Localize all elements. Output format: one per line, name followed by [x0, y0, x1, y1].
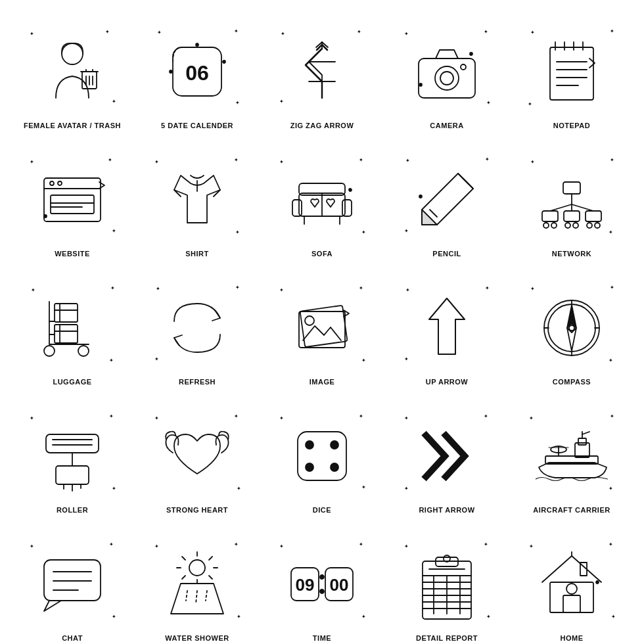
sofa-icon: ✦ ✦ ✦: [273, 154, 371, 246]
cell-right-arrow: ✦ ✦ ✦ RIGHT ARROW: [388, 398, 506, 519]
cell-up-arrow: ✦ ✦ ✦ UP ARROW: [388, 269, 506, 391]
svg-point-100: [331, 441, 338, 449]
svg-line-125: [196, 591, 197, 604]
time-icon: ✦ ✦ ✦ 09 00: [273, 538, 371, 630]
svg-rect-92: [56, 466, 89, 484]
5-date-calendar-label: 5 DATE CALENDER: [161, 122, 233, 129]
cell-pencil: ✦ ✦ ✦ PENCIL: [388, 141, 506, 263]
svg-point-66: [595, 223, 600, 228]
notepad-icon: ✦ ✦ ✦: [522, 26, 621, 118]
cell-website: ✦ ✦ ✦ WEBSITE: [13, 141, 131, 263]
cell-aircraft-carrier: ✦ ✦ ✦ AIRCRAFT CARRIE: [513, 398, 631, 519]
svg-point-89: [569, 325, 574, 331]
svg-line-57: [572, 204, 593, 211]
svg-text:00: 00: [330, 575, 349, 595]
home-icon: ✦ ✦ ✦: [522, 538, 621, 630]
svg-point-16: [435, 66, 459, 90]
up-arrow-label: UP ARROW: [426, 378, 469, 386]
network-icon: ✦ ✦ ✦: [522, 154, 621, 246]
svg-rect-72: [55, 325, 78, 343]
zig-zag-arrow-label: ZIG ZAG ARROW: [290, 122, 354, 129]
svg-point-0: [62, 43, 83, 64]
svg-point-115: [189, 560, 205, 576]
svg-rect-69: [55, 304, 78, 322]
aircraft-carrier-label: AIRCRAFT CARRIER: [533, 506, 610, 514]
svg-point-65: [587, 223, 592, 228]
right-arrow-icon: ✦ ✦ ✦: [398, 410, 496, 502]
roller-label: ROLLER: [57, 506, 88, 514]
svg-point-79: [305, 316, 314, 325]
camera-label: CAMERA: [430, 122, 463, 129]
svg-point-68: [78, 346, 89, 356]
icon-grid: ✦ ✦ ✦ FEMALE AVATAR / TRASH: [0, 0, 644, 644]
cell-shirt: ✦ ✦ ✦ SHIRT: [138, 141, 256, 263]
svg-point-67: [44, 346, 55, 356]
svg-marker-84: [567, 328, 576, 351]
svg-rect-105: [578, 438, 586, 445]
compass-icon: ✦ ✦ ✦: [522, 282, 621, 374]
svg-line-124: [186, 591, 187, 601]
svg-line-122: [182, 576, 185, 579]
cell-notepad: ✦ ✦ ✦ NOTEPAD: [513, 13, 631, 135]
cell-detail-report: ✦ ✦ ✦: [388, 526, 506, 644]
chat-icon: ✦ ✦ ✦: [23, 538, 122, 630]
home-label: HOME: [561, 634, 584, 642]
detail-report-icon: ✦ ✦ ✦: [398, 538, 496, 630]
svg-point-48: [349, 189, 352, 191]
cell-image: ✦ ✦ ✦ IMAGE: [263, 269, 381, 391]
svg-rect-147: [563, 595, 580, 612]
svg-point-61: [543, 223, 549, 228]
camera-icon: ✦ ✦ ✦: [398, 26, 496, 118]
svg-marker-83: [567, 305, 576, 328]
svg-rect-53: [563, 182, 580, 194]
svg-rect-111: [44, 560, 101, 601]
female-avatar-trash-label: FEMALE AVATAR / TRASH: [24, 122, 121, 129]
svg-marker-80: [429, 298, 465, 354]
right-arrow-label: RIGHT ARROW: [419, 506, 474, 514]
female-avatar-trash-icon: ✦ ✦ ✦: [23, 26, 122, 118]
svg-point-64: [573, 223, 578, 228]
svg-line-50: [430, 210, 437, 217]
sofa-label: SOFA: [311, 250, 333, 258]
cell-compass: ✦ ✦ ✦ COMPASS: [513, 269, 631, 391]
5-date-calendar-icon: ✦ ✦ ✦ 06: [148, 26, 246, 118]
svg-rect-43: [292, 200, 302, 216]
refresh-label: REFRESH: [179, 378, 216, 386]
notepad-label: NOTEPAD: [553, 122, 590, 129]
chat-label: CHAT: [62, 634, 83, 642]
website-label: WEBSITE: [55, 250, 90, 258]
svg-point-18: [461, 64, 466, 70]
website-icon: ✦ ✦ ✦: [23, 154, 122, 246]
compass-label: COMPASS: [553, 378, 591, 386]
svg-rect-44: [342, 200, 352, 216]
dice-label: DICE: [313, 506, 331, 514]
detail-report-label: DETAIL REPORT: [416, 634, 478, 642]
svg-rect-98: [298, 432, 346, 480]
svg-rect-146: [550, 582, 593, 612]
image-label: IMAGE: [310, 378, 335, 386]
dice-icon: ✦ ✦ ✦: [273, 410, 371, 502]
network-label: NETWORK: [552, 250, 591, 258]
zig-zag-arrow-icon: ✦ ✦ ✦: [273, 26, 371, 118]
pencil-label: PENCIL: [432, 250, 461, 258]
svg-point-151: [596, 581, 599, 584]
svg-rect-59: [564, 211, 580, 221]
svg-point-19: [470, 53, 472, 55]
svg-point-102: [331, 463, 338, 471]
cell-female-avatar-trash: ✦ ✦ ✦ FEMALE AVATAR / TRASH: [13, 13, 131, 135]
svg-point-132: [320, 589, 324, 593]
svg-rect-21: [550, 47, 593, 100]
svg-point-37: [44, 215, 47, 218]
cell-chat: ✦ ✦ ✦ CHAT: [13, 526, 131, 644]
svg-point-10: [170, 70, 172, 73]
cell-strong-heart: ✦ ✦ ✦ STRONG HEART: [138, 398, 256, 519]
svg-text:09: 09: [296, 575, 315, 595]
cell-roller: ✦ ✦ ✦ ROLLER: [13, 398, 131, 519]
cell-sofa: ✦ ✦ ✦: [263, 141, 381, 263]
svg-point-32: [50, 181, 54, 185]
shirt-label: SHIRT: [185, 250, 209, 258]
svg-rect-58: [542, 211, 558, 221]
svg-line-119: [209, 557, 212, 560]
svg-point-11: [223, 60, 225, 63]
svg-point-20: [419, 83, 422, 86]
